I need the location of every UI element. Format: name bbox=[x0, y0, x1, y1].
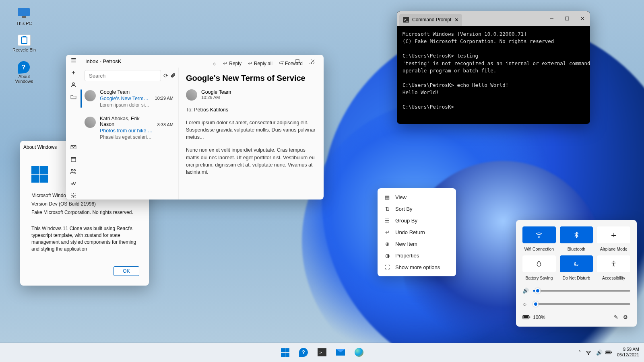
svg-point-4 bbox=[72, 82, 74, 84]
folders-icon[interactable] bbox=[68, 93, 79, 101]
mail-item-subject: Photos from our hike on M bbox=[100, 128, 153, 134]
about-line: Fake Microsoft Corporation. No rights re… bbox=[31, 209, 138, 216]
mail-item-sender: Google Team bbox=[100, 89, 151, 95]
mail-item-time: 8:38 AM bbox=[157, 116, 173, 140]
ok-button[interactable]: OK bbox=[114, 266, 139, 276]
monitor-icon bbox=[18, 8, 30, 16]
windows-logo-icon bbox=[31, 166, 48, 183]
people-nav-icon[interactable] bbox=[68, 167, 79, 175]
desktop-icon-about-windows[interactable]: ? About Windows bbox=[11, 61, 37, 84]
taskbar-help[interactable]: ? bbox=[295, 344, 312, 360]
qs-label: Airplane Mode bbox=[600, 247, 627, 251]
settings-icon[interactable]: ⚙ bbox=[621, 314, 630, 320]
ctx-sort[interactable]: ⇅Sort By bbox=[380, 203, 454, 215]
new-mail-icon[interactable]: ＋ bbox=[68, 68, 79, 76]
terminal-output[interactable]: Microsoft Windows [Version 10.0.22000.71… bbox=[397, 26, 590, 115]
mail-item-time: 10:29 AM bbox=[155, 89, 173, 108]
clock-time: 9:59 AM bbox=[617, 347, 639, 352]
help-icon: ? bbox=[17, 61, 31, 74]
brightness-slider[interactable] bbox=[533, 303, 630, 305]
mail-nav-icon[interactable] bbox=[68, 143, 79, 151]
mail-item[interactable]: Katri Ahokas, Erik Nason Photos from our… bbox=[80, 112, 178, 144]
mail-icon bbox=[336, 349, 345, 356]
avatar bbox=[85, 117, 96, 128]
svg-rect-14 bbox=[566, 17, 569, 20]
tray-chevron-icon[interactable]: ˄ bbox=[576, 350, 584, 356]
edit-icon[interactable]: ✎ bbox=[611, 314, 621, 320]
refresh-icon[interactable]: ⟳ bbox=[163, 72, 168, 79]
ctx-properties[interactable]: ◑Properties bbox=[380, 250, 454, 261]
desktop-icon-this-pc[interactable]: This PC bbox=[11, 8, 37, 26]
reply-arrow-icon: ↩ bbox=[223, 60, 227, 66]
clock[interactable]: 9:59 AM 05/12/2021 bbox=[617, 347, 639, 358]
qs-bluetooth-toggle[interactable] bbox=[560, 226, 593, 243]
terminal-titlebar[interactable]: >_ Command Prompt ✕ bbox=[397, 11, 590, 26]
calendar-nav-icon[interactable] bbox=[68, 155, 79, 163]
attachment-icon[interactable] bbox=[171, 73, 175, 78]
qs-wifi-toggle[interactable] bbox=[522, 226, 556, 243]
qs-accessibility-toggle[interactable] bbox=[597, 255, 630, 272]
reply-button[interactable]: ↩Reply bbox=[221, 59, 244, 68]
sort-icon: ⇅ bbox=[384, 206, 390, 212]
qs-battery-saver-toggle[interactable] bbox=[522, 255, 556, 272]
start-button[interactable] bbox=[277, 344, 293, 360]
help-icon: ? bbox=[299, 348, 308, 357]
svg-point-12 bbox=[72, 195, 74, 196]
mail-item-preview: Phasellus eget scelerisque n... bbox=[100, 134, 153, 140]
search-input[interactable] bbox=[85, 70, 161, 81]
forward-button[interactable]: ↪Forward bbox=[277, 59, 305, 68]
more-actions-icon[interactable]: ⋯ bbox=[307, 59, 316, 68]
close-button[interactable] bbox=[575, 13, 590, 24]
system-tray: ˄ 🔊 9:59 AM 05/12/2021 bbox=[576, 347, 639, 358]
volume-slider-row: 🔊 bbox=[522, 288, 630, 294]
taskbar-edge[interactable] bbox=[351, 344, 367, 360]
avatar bbox=[85, 90, 96, 101]
mail-sender: Google Team bbox=[201, 89, 231, 95]
ctx-new[interactable]: ⊕New Item bbox=[380, 238, 454, 250]
qs-label: Do Not Disturb bbox=[563, 276, 590, 280]
new-icon: ⊕ bbox=[384, 241, 390, 247]
volume-slider[interactable] bbox=[533, 290, 630, 292]
ctx-undo[interactable]: ↵Undo Return bbox=[380, 226, 454, 238]
tray-volume-icon[interactable]: 🔊 bbox=[595, 350, 603, 356]
todo-nav-icon[interactable] bbox=[68, 179, 79, 187]
desktop-icon-recycle-bin[interactable]: Recycle Bin bbox=[11, 35, 37, 52]
tray-battery-icon[interactable] bbox=[605, 350, 613, 354]
ctx-more[interactable]: ⛶Show more options bbox=[380, 261, 454, 273]
taskbar-mail[interactable] bbox=[332, 344, 349, 360]
undo-icon: ↵ bbox=[384, 229, 390, 235]
mail-rail: ☰ ＋ bbox=[66, 68, 80, 200]
about-line: Version Dev (OS Build 21996) bbox=[31, 201, 138, 208]
qs-airplane-toggle[interactable] bbox=[597, 226, 630, 243]
maximize-button[interactable] bbox=[559, 13, 575, 24]
volume-icon: 🔊 bbox=[522, 288, 529, 294]
minimize-button[interactable] bbox=[544, 13, 559, 24]
desktop-icon-label: About Windows bbox=[11, 74, 37, 84]
reply-all-button[interactable]: ↩Reply all bbox=[246, 59, 275, 68]
quick-settings-panel: Wifi Connection Bluetooth Airplane Mode … bbox=[516, 220, 637, 327]
brightness-icon: ☼ bbox=[522, 301, 529, 307]
taskbar-terminal[interactable]: >_ bbox=[314, 344, 330, 360]
about-title: About Windows bbox=[23, 144, 57, 150]
battery-status: 100% bbox=[522, 315, 545, 320]
ctx-view[interactable]: ▦View bbox=[380, 191, 454, 203]
taskbar: ? >_ ˄ 🔊 9:59 AM 05/12/2021 bbox=[0, 343, 644, 362]
tab-close-icon[interactable]: ✕ bbox=[454, 17, 459, 23]
brightness-icon[interactable]: ☼ bbox=[210, 59, 219, 68]
mail-item[interactable]: Google Team Google's New Terms of Ser Lo… bbox=[80, 85, 178, 112]
mail-item-sender: Katri Ahokas, Erik Nason bbox=[100, 116, 153, 127]
qs-dnd-toggle[interactable] bbox=[560, 255, 593, 272]
terminal-tab[interactable]: >_ Command Prompt ✕ bbox=[399, 14, 462, 26]
accounts-icon[interactable] bbox=[68, 80, 79, 88]
ctx-group[interactable]: ☰Group By bbox=[380, 215, 454, 226]
tray-wifi-icon[interactable] bbox=[586, 350, 594, 355]
mail-list: ⟳ Google Team Google's New Terms of Ser … bbox=[80, 68, 179, 200]
terminal-tab-title: Command Prompt bbox=[412, 17, 451, 23]
svg-point-22 bbox=[588, 354, 588, 354]
hamburger-icon[interactable]: ☰ bbox=[68, 56, 79, 64]
desktop-icon-label: Recycle Bin bbox=[12, 47, 36, 52]
desktop-icon-label: This PC bbox=[16, 21, 32, 26]
mail-subject: Google's New Terms of Service bbox=[186, 74, 316, 83]
settings-nav-icon[interactable] bbox=[68, 191, 79, 200]
group-icon: ☰ bbox=[384, 218, 390, 224]
